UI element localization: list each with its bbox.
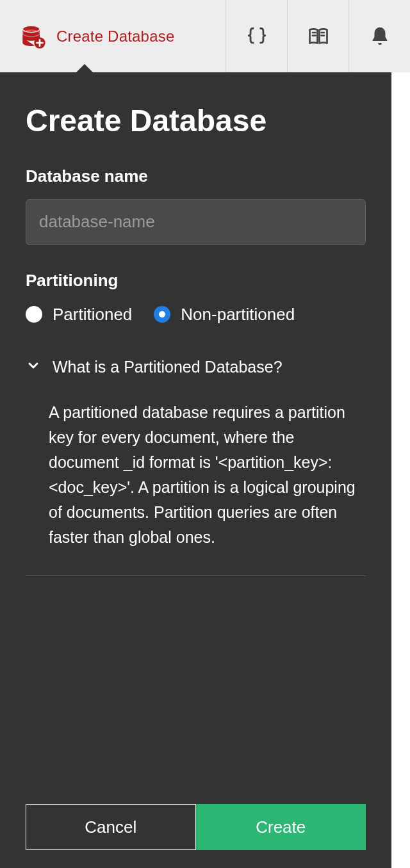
radio-circle-icon (26, 306, 42, 323)
partitioning-radio-group: Partitioned Non-partitioned (26, 305, 366, 325)
braces-icon (246, 26, 268, 47)
database-add-icon (20, 24, 46, 49)
radio-non-partitioned-label: Non-partitioned (181, 305, 295, 325)
partitioning-help-toggle[interactable]: What is a Partitioned Database? (26, 358, 366, 377)
bell-icon (369, 26, 391, 47)
json-button[interactable] (226, 0, 287, 72)
create-database-panel: Create Database Database name Partitioni… (0, 72, 391, 868)
radio-partitioned[interactable]: Partitioned (26, 305, 132, 325)
radio-partitioned-label: Partitioned (53, 305, 132, 325)
partitioning-label: Partitioning (26, 271, 366, 291)
create-database-tab[interactable]: Create Database (0, 0, 195, 72)
create-database-tab-label: Create Database (56, 28, 174, 45)
notifications-button[interactable] (348, 0, 410, 72)
database-name-label: Database name (26, 166, 366, 186)
cancel-button[interactable]: Cancel (26, 804, 196, 850)
top-toolbar: Create Database (0, 0, 410, 72)
chevron-down-icon (26, 358, 41, 377)
docs-button[interactable] (287, 0, 348, 72)
book-icon (307, 25, 330, 48)
right-gutter (391, 72, 410, 868)
create-button[interactable]: Create (196, 804, 366, 850)
active-tab-pointer (76, 64, 94, 73)
radio-circle-selected-icon (154, 306, 170, 323)
partitioning-help-body: A partitioned database requires a partit… (26, 400, 366, 576)
partitioning-help-label: What is a Partitioned Database? (53, 358, 283, 376)
radio-non-partitioned[interactable]: Non-partitioned (154, 305, 295, 325)
create-button-label: Create (256, 817, 306, 837)
panel-footer: Cancel Create (26, 804, 366, 868)
database-name-input[interactable] (26, 199, 366, 245)
cancel-button-label: Cancel (85, 817, 136, 837)
panel-title: Create Database (26, 104, 366, 138)
